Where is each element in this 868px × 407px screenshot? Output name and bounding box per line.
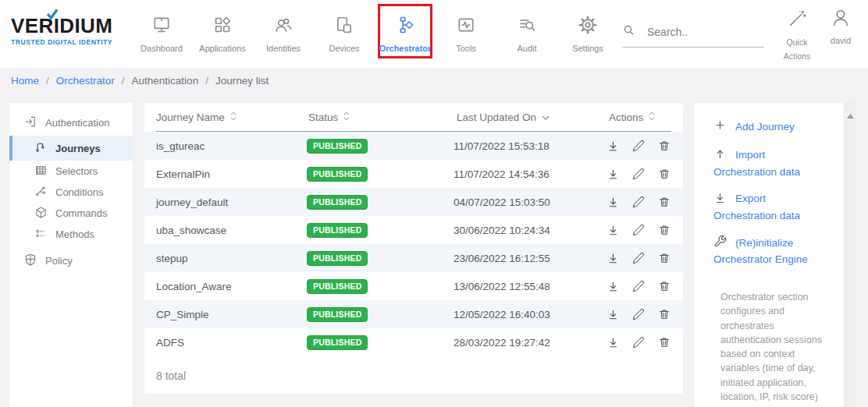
edit-icon[interactable] [631,307,646,321]
total-count: 8 total [156,370,671,382]
status-cell: PUBLISHED [307,139,454,154]
download-icon[interactable] [606,251,620,265]
column-actions[interactable]: Actions [609,111,671,124]
scrollbar[interactable] [845,101,856,407]
nav-item-dashboard[interactable]: Dashboard [134,4,189,58]
table-row: is_gtureac PUBLISHED 11/07/2022 15:53:18 [144,132,683,160]
devices-icon [334,15,354,38]
quick-actions-button[interactable]: Quick Actions [776,9,818,64]
nav-item-applications[interactable]: Applications [195,4,250,58]
sort-icon[interactable] [649,111,655,124]
download-icon[interactable] [606,279,620,293]
scroll-up-icon[interactable] [847,108,854,122]
monitor-icon [151,15,172,38]
column-status[interactable]: Status [308,111,457,124]
download-icon[interactable] [606,223,620,237]
sidebar-item-label: Journeys [55,143,101,154]
orchestrator-icon [395,15,415,38]
user-menu[interactable]: david [821,7,860,45]
status-badge: PUBLISHED [307,307,368,322]
actions-cell [604,279,671,293]
reinitialize-engine-button[interactable]: (Re)initialize Orchestrator Engine [713,235,834,267]
quick-actions-label: Quick Actions [784,35,810,64]
add-journey-button[interactable]: Add Journey [713,119,834,136]
download-icon[interactable] [606,195,620,209]
nav-item-settings[interactable]: Settings [560,4,615,58]
delete-icon[interactable] [657,307,671,321]
breadcrumb-orchestrator[interactable]: Orchestrator [56,75,115,87]
nav-item-orchestrator[interactable]: Orchestrator [378,4,432,58]
nav-label: Audit [517,44,536,53]
table-body: is_gtureac PUBLISHED 11/07/2022 15:53:18… [144,132,683,356]
journey-name: CP_Simple [156,309,307,320]
edit-icon[interactable] [631,335,646,349]
sidebar-item-label: Conditions [55,186,103,198]
sidebar-item-conditions[interactable]: Conditions [9,182,133,203]
wrench-icon [713,235,727,252]
global-search [622,23,764,48]
upload-arrow-icon [713,147,727,165]
applications-icon [212,15,233,38]
sidebar-item-authentication[interactable]: Authentication [9,109,133,136]
edit-icon[interactable] [631,167,646,181]
nav-label: Identities [266,44,301,53]
status-cell: PUBLISHED [307,167,454,182]
status-cell: PUBLISHED [307,279,454,294]
user-icon [830,7,852,32]
status-cell: PUBLISHED [307,195,454,210]
column-last-updated[interactable]: Last Updated On [457,111,609,123]
orchestrator-description: Orchestrator section configures and orch… [720,290,834,407]
edit-icon[interactable] [631,139,646,153]
sidebar-item-journeys[interactable]: Journeys [9,136,133,161]
download-icon[interactable] [606,139,620,153]
sidebar-item-selectors[interactable]: Selectors [9,161,133,182]
actions-cell [604,307,671,321]
table-row: CP_Simple PUBLISHED 12/05/2022 16:40:03 [144,300,683,328]
status-badge: PUBLISHED [307,335,368,350]
status-badge: PUBLISHED [307,139,368,154]
nav-label: Applications [199,44,245,53]
edit-icon[interactable] [631,279,646,293]
delete-icon[interactable] [657,335,671,349]
delete-icon[interactable] [657,251,671,265]
edit-icon[interactable] [631,195,646,209]
sidebar-item-policy[interactable]: Policy [9,248,133,273]
nav-item-devices[interactable]: Devices [317,4,372,58]
download-icon[interactable] [606,167,620,181]
last-updated: 23/06/2022 16:12:55 [454,253,604,264]
breadcrumb-home[interactable]: Home [11,75,39,87]
edit-icon[interactable] [631,251,646,265]
nav-item-audit[interactable]: Audit [500,4,554,58]
nav-label: Dashboard [141,44,183,53]
delete-icon[interactable] [657,167,671,181]
edit-icon[interactable] [631,223,646,237]
table-row: uba_showcase PUBLISHED 30/06/2022 10:24:… [144,216,683,244]
veridium-logo[interactable]: VERIDIUM TRUSTED DIGITAL IDENTITY [11,16,112,46]
journey-name: journey_default [156,196,307,208]
export-orchestration-button[interactable]: Export Orchestration data [713,191,834,223]
delete-icon[interactable] [657,223,671,237]
nav-item-identities[interactable]: Identities [256,4,311,58]
download-icon[interactable] [606,335,620,349]
dots-icon [34,227,48,242]
sort-icon[interactable] [230,111,237,124]
delete-icon[interactable] [657,279,671,293]
import-orchestration-button[interactable]: Import Orchestration data [713,147,834,179]
nav-label: Tools [456,44,476,53]
tools-icon [456,15,476,38]
table-header: Journey Name Status Last Updated On Acti… [156,103,671,132]
sidebar-item-commands[interactable]: Commands [9,203,133,224]
nav-item-tools[interactable]: Tools [439,4,493,58]
delete-icon[interactable] [657,139,671,153]
column-journey-name[interactable]: Journey Name [156,111,308,124]
top-bar: VERIDIUM TRUSTED DIGITAL IDENTITY Dashbo… [0,0,868,69]
identities-icon [273,15,293,38]
sidebar-item-label: Commands [55,207,107,219]
download-icon[interactable] [606,307,620,321]
sort-icon[interactable] [343,111,350,124]
delete-icon[interactable] [657,195,671,209]
breadcrumb-separator: / [205,75,208,87]
sidebar-item-methods[interactable]: Methods [9,224,133,245]
chevron-down-icon[interactable] [542,111,550,123]
search-input[interactable] [646,25,754,39]
